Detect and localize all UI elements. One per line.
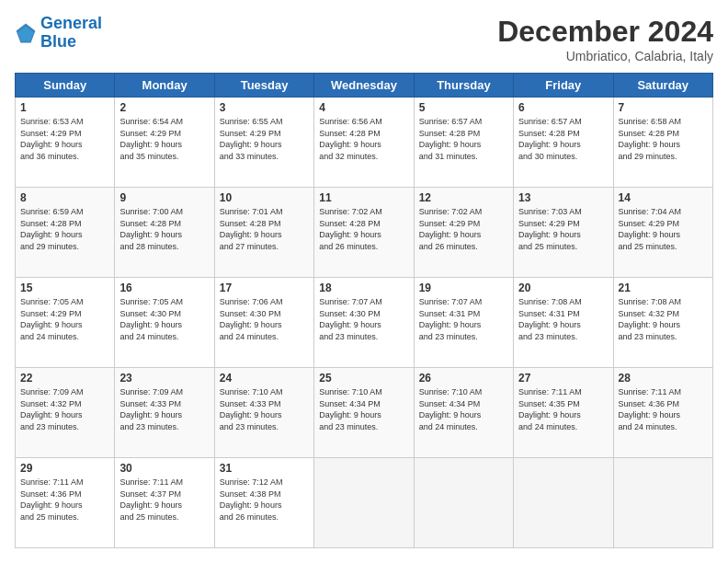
calendar-cell: 31Sunrise: 7:12 AM Sunset: 4:38 PM Dayli… (214, 458, 313, 548)
day-number: 19 (419, 282, 508, 294)
day-info: Sunrise: 7:05 AM Sunset: 4:29 PM Dayligh… (20, 296, 109, 342)
day-header-sunday: Sunday (16, 74, 115, 98)
page: General Blue December 2024 Umbriatico, C… (0, 0, 728, 563)
day-header-monday: Monday (115, 74, 214, 98)
day-number: 14 (619, 191, 708, 204)
calendar-header-row: SundayMondayTuesdayWednesdayThursdayFrid… (16, 74, 713, 98)
day-header-wednesday: Wednesday (314, 74, 414, 98)
calendar-week-4: 22Sunrise: 7:09 AM Sunset: 4:32 PM Dayli… (16, 368, 713, 458)
day-number: 15 (20, 282, 109, 294)
logo-icon (15, 22, 37, 44)
day-info: Sunrise: 6:58 AM Sunset: 4:28 PM Dayligh… (619, 116, 708, 162)
day-info: Sunrise: 6:59 AM Sunset: 4:28 PM Dayligh… (20, 206, 109, 252)
day-info: Sunrise: 7:00 AM Sunset: 4:28 PM Dayligh… (119, 206, 209, 252)
day-info: Sunrise: 7:12 AM Sunset: 4:38 PM Dayligh… (220, 477, 309, 523)
day-info: Sunrise: 6:53 AM Sunset: 4:29 PM Dayligh… (20, 116, 109, 162)
calendar-cell (613, 458, 712, 548)
day-number: 30 (119, 462, 209, 475)
logo-text: General Blue (40, 15, 102, 52)
day-info: Sunrise: 7:03 AM Sunset: 4:29 PM Dayligh… (518, 206, 608, 252)
day-info: Sunrise: 7:05 AM Sunset: 4:30 PM Dayligh… (119, 296, 209, 342)
day-number: 4 (319, 101, 408, 114)
calendar-cell: 12Sunrise: 7:02 AM Sunset: 4:29 PM Dayli… (414, 188, 513, 278)
calendar-cell: 21Sunrise: 7:08 AM Sunset: 4:32 PM Dayli… (613, 278, 712, 368)
day-number: 2 (119, 101, 209, 114)
day-info: Sunrise: 6:54 AM Sunset: 4:29 PM Dayligh… (119, 116, 209, 162)
day-number: 7 (619, 101, 708, 114)
calendar-cell (414, 458, 513, 548)
day-number: 22 (20, 372, 109, 385)
month-title: December 2024 (497, 15, 713, 49)
day-info: Sunrise: 7:10 AM Sunset: 4:34 PM Dayligh… (419, 386, 508, 432)
day-number: 20 (518, 282, 608, 294)
day-number: 17 (220, 282, 309, 294)
subtitle: Umbriatico, Calabria, Italy (497, 49, 713, 63)
day-number: 11 (319, 191, 408, 204)
day-number: 28 (619, 372, 708, 385)
calendar-cell (314, 458, 414, 548)
calendar-cell: 14Sunrise: 7:04 AM Sunset: 4:29 PM Dayli… (613, 188, 712, 278)
day-info: Sunrise: 7:11 AM Sunset: 4:36 PM Dayligh… (20, 477, 109, 523)
header: General Blue December 2024 Umbriatico, C… (15, 15, 713, 63)
day-number: 9 (119, 191, 209, 204)
day-number: 16 (119, 282, 209, 294)
calendar-cell: 8Sunrise: 6:59 AM Sunset: 4:28 PM Daylig… (16, 188, 115, 278)
day-info: Sunrise: 7:09 AM Sunset: 4:33 PM Dayligh… (119, 386, 209, 432)
calendar-week-3: 15Sunrise: 7:05 AM Sunset: 4:29 PM Dayli… (16, 278, 713, 368)
calendar-cell: 28Sunrise: 7:11 AM Sunset: 4:36 PM Dayli… (613, 368, 712, 458)
calendar-cell: 24Sunrise: 7:10 AM Sunset: 4:33 PM Dayli… (214, 368, 313, 458)
calendar-week-2: 8Sunrise: 6:59 AM Sunset: 4:28 PM Daylig… (16, 188, 713, 278)
calendar-week-1: 1Sunrise: 6:53 AM Sunset: 4:29 PM Daylig… (16, 98, 713, 188)
day-number: 12 (419, 191, 508, 204)
calendar-cell: 3Sunrise: 6:55 AM Sunset: 4:29 PM Daylig… (214, 98, 313, 188)
calendar-cell: 20Sunrise: 7:08 AM Sunset: 4:31 PM Dayli… (514, 278, 613, 368)
calendar-cell (514, 458, 613, 548)
calendar-cell: 11Sunrise: 7:02 AM Sunset: 4:28 PM Dayli… (314, 188, 414, 278)
calendar-week-5: 29Sunrise: 7:11 AM Sunset: 4:36 PM Dayli… (16, 458, 713, 548)
day-info: Sunrise: 7:04 AM Sunset: 4:29 PM Dayligh… (619, 206, 708, 252)
calendar-cell: 17Sunrise: 7:06 AM Sunset: 4:30 PM Dayli… (214, 278, 313, 368)
calendar-cell: 19Sunrise: 7:07 AM Sunset: 4:31 PM Dayli… (414, 278, 513, 368)
day-info: Sunrise: 6:57 AM Sunset: 4:28 PM Dayligh… (518, 116, 608, 162)
day-info: Sunrise: 7:07 AM Sunset: 4:31 PM Dayligh… (419, 296, 508, 342)
day-info: Sunrise: 6:57 AM Sunset: 4:28 PM Dayligh… (419, 116, 508, 162)
day-number: 8 (20, 191, 109, 204)
calendar-cell: 10Sunrise: 7:01 AM Sunset: 4:28 PM Dayli… (214, 188, 313, 278)
title-block: December 2024 Umbriatico, Calabria, Ital… (497, 15, 713, 63)
calendar-cell: 1Sunrise: 6:53 AM Sunset: 4:29 PM Daylig… (16, 98, 115, 188)
calendar-cell: 26Sunrise: 7:10 AM Sunset: 4:34 PM Dayli… (414, 368, 513, 458)
calendar-cell: 5Sunrise: 6:57 AM Sunset: 4:28 PM Daylig… (414, 98, 513, 188)
calendar-cell: 29Sunrise: 7:11 AM Sunset: 4:36 PM Dayli… (16, 458, 115, 548)
calendar-cell: 6Sunrise: 6:57 AM Sunset: 4:28 PM Daylig… (514, 98, 613, 188)
day-info: Sunrise: 7:11 AM Sunset: 4:36 PM Dayligh… (619, 386, 708, 432)
calendar-cell: 27Sunrise: 7:11 AM Sunset: 4:35 PM Dayli… (514, 368, 613, 458)
calendar-body: 1Sunrise: 6:53 AM Sunset: 4:29 PM Daylig… (16, 98, 713, 548)
day-header-friday: Friday (514, 74, 613, 98)
day-number: 1 (20, 101, 109, 114)
day-header-saturday: Saturday (613, 74, 712, 98)
day-number: 13 (518, 191, 608, 204)
day-header-thursday: Thursday (414, 74, 513, 98)
calendar-cell: 18Sunrise: 7:07 AM Sunset: 4:30 PM Dayli… (314, 278, 414, 368)
day-number: 21 (619, 282, 708, 294)
day-number: 18 (319, 282, 408, 294)
day-info: Sunrise: 7:02 AM Sunset: 4:28 PM Dayligh… (319, 206, 408, 252)
day-info: Sunrise: 6:56 AM Sunset: 4:28 PM Dayligh… (319, 116, 408, 162)
day-info: Sunrise: 6:55 AM Sunset: 4:29 PM Dayligh… (220, 116, 309, 162)
day-number: 6 (518, 101, 608, 114)
logo-line1: General (40, 14, 102, 32)
day-info: Sunrise: 7:07 AM Sunset: 4:30 PM Dayligh… (319, 296, 408, 342)
day-info: Sunrise: 7:09 AM Sunset: 4:32 PM Dayligh… (20, 386, 109, 432)
day-info: Sunrise: 7:01 AM Sunset: 4:28 PM Dayligh… (220, 206, 309, 252)
calendar-cell: 15Sunrise: 7:05 AM Sunset: 4:29 PM Dayli… (16, 278, 115, 368)
day-number: 10 (220, 191, 309, 204)
logo-line2: Blue (40, 32, 76, 51)
calendar-cell: 23Sunrise: 7:09 AM Sunset: 4:33 PM Dayli… (115, 368, 214, 458)
calendar-cell: 25Sunrise: 7:10 AM Sunset: 4:34 PM Dayli… (314, 368, 414, 458)
calendar-cell: 30Sunrise: 7:11 AM Sunset: 4:37 PM Dayli… (115, 458, 214, 548)
calendar-cell: 13Sunrise: 7:03 AM Sunset: 4:29 PM Dayli… (514, 188, 613, 278)
day-number: 5 (419, 101, 508, 114)
day-number: 29 (20, 462, 109, 475)
day-number: 26 (419, 372, 508, 385)
day-number: 25 (319, 372, 408, 385)
